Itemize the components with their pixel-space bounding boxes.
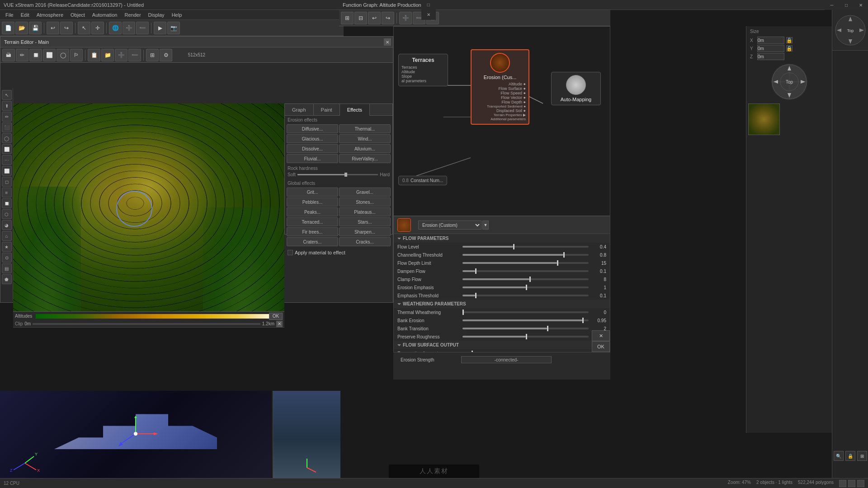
sl-emphasis-thr-track[interactable] <box>462 295 589 296</box>
ter-btn9[interactable]: ➕ <box>115 49 127 61</box>
ter-btn7[interactable]: 📋 <box>88 49 100 61</box>
y-input[interactable] <box>757 45 784 52</box>
side-btn-14[interactable]: ⌂ <box>2 231 12 241</box>
far-right-btn2[interactable]: 🔒 <box>845 451 855 461</box>
menu-object[interactable]: Object <box>67 10 89 20</box>
side-btn-12[interactable]: ⬡ <box>2 209 12 219</box>
flow-params-section[interactable]: FLOW PARAMETERS <box>394 234 610 243</box>
z-input[interactable] <box>757 53 784 60</box>
side-btn-4[interactable]: ⬛ <box>2 122 12 132</box>
fg-maximize-btn[interactable]: □ <box>421 0 436 10</box>
far-right-btn3[interactable]: ⊞ <box>857 451 867 461</box>
altitude-close-btn[interactable]: ✕ <box>276 321 283 327</box>
alt-viewport[interactable] <box>273 391 340 488</box>
tb-save[interactable]: 💾 <box>29 22 42 34</box>
menu-render[interactable]: Render <box>121 10 144 20</box>
side-btn-3[interactable]: ✏ <box>2 112 12 122</box>
x-lock[interactable]: 🔒 <box>786 37 793 43</box>
tb-open[interactable]: 📂 <box>15 22 28 34</box>
weathering-params-section[interactable]: WEATHERING PARAMETERS <box>394 300 610 308</box>
tb-redo[interactable]: ↪ <box>60 22 73 34</box>
sl-bank-trans-track[interactable] <box>462 328 589 329</box>
menu-file[interactable]: File <box>2 10 17 20</box>
menu-automation[interactable]: Automation <box>89 10 121 20</box>
terraces-node[interactable]: Terraces Terraces Altitude Slope al para… <box>398 54 448 86</box>
tb-move[interactable]: ✛ <box>91 22 104 34</box>
3d-viewport[interactable]: X Y Z 0m 100m 200m <box>0 391 271 488</box>
sl-erosion-emp-track[interactable] <box>462 286 589 288</box>
status-icon2[interactable] <box>848 480 855 487</box>
minimize-btn[interactable]: ─ <box>825 0 839 10</box>
tb-cam[interactable]: 📷 <box>167 22 180 34</box>
sl-preserve-track[interactable] <box>462 336 589 338</box>
effect-wind[interactable]: Wind... <box>339 134 391 143</box>
side-btn-17[interactable]: ▤ <box>2 263 12 273</box>
effect-glacious[interactable]: Glacious... <box>287 134 338 143</box>
status-icon3[interactable] <box>857 480 864 487</box>
params-cancel-btn[interactable]: ✕ <box>592 330 610 341</box>
side-btn-18[interactable]: ⬟ <box>2 274 12 284</box>
tb-globe[interactable]: 🌐 <box>109 22 122 34</box>
effect-grit[interactable]: Grit... <box>287 188 338 197</box>
effect-fluvial[interactable]: Fluvial... <box>287 154 338 163</box>
side-btn-10[interactable]: ≡ <box>2 188 12 197</box>
flow-surface-section[interactable]: FLOW SURFACE OUTPUT <box>394 341 610 349</box>
side-btn-1[interactable]: ↖ <box>2 90 12 100</box>
side-btn-2[interactable]: ⬆ <box>2 101 12 111</box>
fg-close-btn[interactable]: ✕ <box>421 10 436 20</box>
function-graph-area[interactable]: Terraces Terraces Altitude Slope al para… <box>393 26 610 216</box>
effect-cracks[interactable]: Cracks... <box>339 237 391 246</box>
effect-peaks[interactable]: Peaks... <box>287 207 338 216</box>
erosion-node[interactable]: Erosion (Cus... Altitude ● Flow Surface … <box>471 49 529 125</box>
params-dropdown[interactable]: Erosion (Custom) <box>418 221 481 230</box>
y-lock[interactable]: 🔒 <box>786 45 793 52</box>
effect-terraced[interactable]: Terraced... <box>287 217 338 226</box>
tb-render[interactable]: ▶ <box>154 22 166 34</box>
side-btn-16[interactable]: ⊙ <box>2 253 12 263</box>
close-btn[interactable]: ✕ <box>854 0 868 10</box>
terrain-viewport[interactable] <box>13 103 284 311</box>
far-right-nav-svg[interactable]: Top <box>835 14 866 46</box>
fg-tb-btn1[interactable]: ⊞ <box>341 12 354 24</box>
side-btn-5[interactable]: ◯ <box>2 133 12 143</box>
terrain-editor-close[interactable]: ✕ <box>384 38 391 46</box>
ter-btn1[interactable]: 🏔 <box>2 49 15 61</box>
ter-btn6[interactable]: 🏳 <box>70 49 83 61</box>
ter-btn2[interactable]: ✏ <box>16 49 28 61</box>
status-icon1[interactable] <box>839 480 846 487</box>
maximize-btn[interactable]: □ <box>839 0 854 10</box>
menu-help[interactable]: Help <box>168 10 186 20</box>
3d-nav-widget[interactable]: Top <box>771 64 807 100</box>
constant-node[interactable]: 0.8 Constant Num... <box>398 176 447 185</box>
far-right-btn1[interactable]: 🔍 <box>834 451 844 461</box>
side-btn-13[interactable]: ◕ <box>2 220 12 230</box>
x-input[interactable] <box>757 37 784 44</box>
auto-mapping-node[interactable]: Auto-Mapping <box>551 72 601 105</box>
tab-graph[interactable]: Graph <box>285 104 314 116</box>
ter-btn4[interactable]: ⬜ <box>43 49 56 61</box>
tab-paint[interactable]: Paint <box>314 104 340 116</box>
effect-diffusive[interactable]: Diffusive... <box>287 124 338 133</box>
ter-btn12[interactable]: ⚙ <box>160 49 172 61</box>
ter-btn11[interactable]: ⊞ <box>146 49 159 61</box>
effect-gravel[interactable]: Gravel... <box>339 188 391 197</box>
sl-dampen-track[interactable] <box>462 270 589 272</box>
ter-btn10[interactable]: ➖ <box>128 49 141 61</box>
effect-thermal[interactable]: Thermal... <box>339 124 391 133</box>
effect-dissolve[interactable]: Dissolve... <box>287 144 338 153</box>
effect-stones[interactable]: Stones... <box>339 197 391 206</box>
sl-channelling-track[interactable] <box>462 254 589 256</box>
effect-firtrees[interactable]: Fir trees... <box>287 227 338 236</box>
tb-new[interactable]: 📄 <box>2 22 14 34</box>
altitude-slider[interactable] <box>33 323 260 325</box>
fg-tb-zoom-in[interactable]: ➕ <box>399 12 412 24</box>
side-btn-15[interactable]: ★ <box>2 242 12 252</box>
sl-flow-depth-track[interactable] <box>462 262 589 264</box>
menu-display[interactable]: Display <box>145 10 168 20</box>
fg-tb-btn3[interactable]: ↩ <box>368 12 381 24</box>
effect-alluvium[interactable]: Alluvium... <box>339 144 391 153</box>
tb-add[interactable]: ➕ <box>123 22 135 34</box>
ter-btn5[interactable]: ◯ <box>57 49 69 61</box>
params-ok-btn[interactable]: OK <box>592 341 610 352</box>
sl-thermal-track[interactable] <box>462 311 589 313</box>
